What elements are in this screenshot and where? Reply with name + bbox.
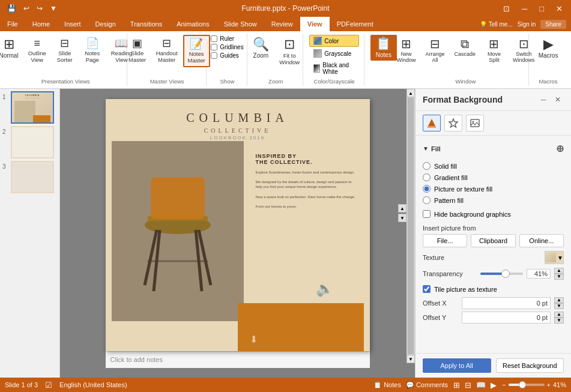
gradient-fill-radio[interactable] <box>423 173 431 181</box>
scroll-thumb[interactable] <box>408 98 414 354</box>
tab-file[interactable]: File <box>0 17 25 31</box>
panel-collapse-up[interactable]: ▲ <box>398 204 406 213</box>
hide-bg-checkbox[interactable] <box>423 210 431 218</box>
color-button[interactable]: Color <box>309 35 359 47</box>
handout-master-button[interactable]: ⊟ HandoutMaster <box>152 35 182 66</box>
panel-close-btn[interactable]: ✕ <box>552 94 564 106</box>
thumbnail-1[interactable]: 1 COLUMBIA COLLECTIVE <box>2 91 57 124</box>
gridlines-checkbox-item[interactable]: Gridlines <box>208 43 246 51</box>
offset-y-spin-down[interactable]: ▼ <box>554 318 564 324</box>
fit-to-window-button[interactable]: ⊡ Fit toWindow <box>275 35 304 68</box>
notes-master-button[interactable]: 📝 NotesMaster <box>183 35 210 67</box>
new-window-button[interactable]: ⊞ NewWindow <box>392 35 420 66</box>
scroll-up-btn[interactable]: ▲ <box>406 89 415 97</box>
file-button[interactable]: File... <box>423 234 467 247</box>
online-button[interactable]: Online... <box>519 234 564 247</box>
comments-status-btn[interactable]: 💬 Comments <box>406 381 448 389</box>
transparency-value-input[interactable] <box>527 269 551 279</box>
undo-icon[interactable]: ↩ <box>21 3 32 14</box>
pattern-fill-radio[interactable] <box>423 196 431 204</box>
offset-y-spin-up[interactable]: ▲ <box>554 312 564 318</box>
tab-slide-show[interactable]: Slide Show <box>217 17 264 31</box>
close-button[interactable]: ✕ <box>552 3 566 14</box>
offset-x-spin-up[interactable]: ▲ <box>554 297 564 303</box>
picture-fill-radio[interactable] <box>423 185 431 193</box>
slide-show-status-icon[interactable]: ▶ <box>490 380 497 390</box>
cascade-button[interactable]: ⧉ Cascade <box>450 35 480 60</box>
macros-button[interactable]: ▶ Macros <box>534 35 563 62</box>
outline-view-button[interactable]: ≡ OutlineView <box>24 35 50 66</box>
ruler-checkbox-item[interactable]: Ruler <box>208 35 246 43</box>
slide-canvas[interactable]: COLUMBIA COLLECTIVE LOOKBOOK 2019 <box>106 99 370 351</box>
fill-collapse-icon[interactable]: ▼ <box>423 145 429 152</box>
thumbnail-3[interactable]: 3 <box>2 161 57 193</box>
tab-insert[interactable]: Insert <box>57 17 88 31</box>
effects-tab[interactable] <box>444 115 462 131</box>
offset-x-input[interactable] <box>462 297 551 309</box>
zoom-slider[interactable] <box>509 384 545 386</box>
gridlines-checkbox[interactable] <box>211 44 217 50</box>
solid-fill-option[interactable]: Solid fill <box>423 160 564 172</box>
black-white-button[interactable]: Black and White <box>309 60 359 77</box>
accessibility-icon[interactable]: ☑ <box>45 381 52 390</box>
tile-picture-checkbox[interactable] <box>423 285 431 293</box>
solid-fill-radio[interactable] <box>423 162 431 170</box>
restore-button[interactable]: □ <box>536 3 548 14</box>
normal-view-status-icon[interactable]: ⊞ <box>453 380 461 390</box>
slide-sorter-status-icon[interactable]: ⊟ <box>464 380 472 390</box>
zoom-button[interactable]: 🔍 Zoom <box>247 35 274 62</box>
pattern-fill-option[interactable]: Pattern fill <box>423 194 564 206</box>
ruler-checkbox[interactable] <box>211 35 217 42</box>
transparency-slider[interactable] <box>480 273 523 275</box>
redo-icon[interactable]: ↪ <box>34 3 45 14</box>
zoom-in-btn[interactable]: + <box>547 381 551 388</box>
tab-design[interactable]: Design <box>88 17 123 31</box>
notes-page-button[interactable]: 📄 NotesPage <box>79 35 106 66</box>
tab-home[interactable]: Home <box>25 17 57 31</box>
slider-thumb[interactable] <box>501 270 510 278</box>
transparency-spin-down[interactable]: ▼ <box>554 274 564 280</box>
texture-dropdown-arrow[interactable]: ▼ <box>557 255 563 261</box>
image-tab[interactable] <box>466 115 484 131</box>
zoom-thumb[interactable] <box>519 381 526 388</box>
panel-minimize-btn[interactable]: ─ <box>537 94 549 106</box>
save-icon[interactable]: 💾 <box>5 3 19 14</box>
slide-notes-area[interactable]: Click to add notes <box>106 351 370 368</box>
share-button[interactable]: Share <box>540 20 566 29</box>
apply-to-all-button[interactable]: Apply to All <box>423 358 491 373</box>
grayscale-button[interactable]: Grayscale <box>309 47 359 59</box>
reading-view-status-icon[interactable]: 📖 <box>476 380 486 390</box>
gradient-fill-option[interactable]: Gradient fill <box>423 172 564 183</box>
clipboard-button[interactable]: Clipboard <box>471 234 515 247</box>
guides-checkbox-item[interactable]: Guides <box>208 52 246 59</box>
slide-master-button[interactable]: ▣ SlideMaster <box>124 35 151 66</box>
tile-picture-option[interactable]: Tile picture as texture <box>423 283 564 295</box>
notes-status-btn[interactable]: 📋 Notes <box>373 381 401 389</box>
slide-vscrollbar[interactable]: ▲ ▼ <box>406 89 415 363</box>
thumbnail-2[interactable]: 2 <box>2 126 57 158</box>
tab-pdfelement[interactable]: PDFelement <box>330 17 381 31</box>
move-split-button[interactable]: ⊞ MoveSplit <box>481 35 507 66</box>
offset-x-spin-down[interactable]: ▼ <box>554 303 564 309</box>
arrange-all-button[interactable]: ⊟ ArrangeAll <box>421 35 449 66</box>
fill-expand-icon[interactable]: ⊕ <box>556 143 564 154</box>
sign-in-button[interactable]: Sign in <box>518 21 536 28</box>
offset-y-input[interactable] <box>462 312 551 324</box>
ribbon-display-icon[interactable]: ⊡ <box>500 3 513 14</box>
tab-transitions[interactable]: Transitions <box>123 17 169 31</box>
transparency-spin-up[interactable]: ▲ <box>554 268 564 274</box>
texture-preview[interactable]: ▼ <box>545 251 564 264</box>
picture-texture-option[interactable]: Picture or texture fill <box>423 183 564 194</box>
zoom-out-btn[interactable]: − <box>502 381 506 388</box>
scroll-down-btn[interactable]: ▼ <box>406 355 415 363</box>
tab-review[interactable]: Review <box>264 17 300 31</box>
tab-view[interactable]: View <box>300 17 330 31</box>
hide-bg-graphics-option[interactable]: Hide background graphics <box>423 208 564 220</box>
fill-tab[interactable] <box>423 115 441 131</box>
customize-qat-icon[interactable]: ▼ <box>47 3 59 14</box>
tab-animations[interactable]: Animations <box>169 17 216 31</box>
tell-me-box[interactable]: 💡 Tell me... <box>480 21 513 28</box>
reset-background-button[interactable]: Reset Background <box>496 358 564 373</box>
panel-collapse-down[interactable]: ▼ <box>398 214 406 222</box>
guides-checkbox[interactable] <box>211 52 217 59</box>
